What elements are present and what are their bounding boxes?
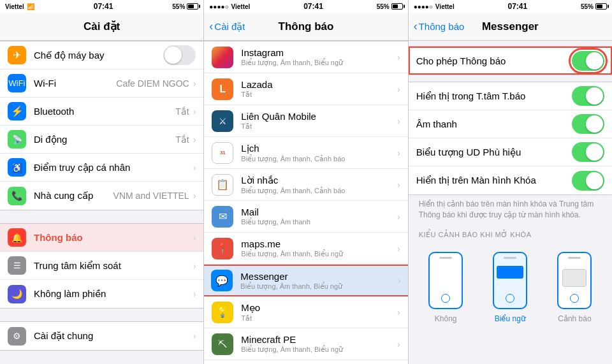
app-row-messenger[interactable]: 💬 Messenger Biểu tượng, Âm thanh, Biểu n… [204,265,407,296]
alert-style-none[interactable]: Không [428,252,463,323]
app-desc-instagram: Biểu tượng, Âm thanh, Biểu ngữ [241,59,397,67]
chevron-general: › [193,331,196,341]
toggle-airplane[interactable] [163,45,196,65]
app-name-instagram: Instagram [241,47,397,58]
time-3: 07:41 [507,2,527,11]
row-bluetooth[interactable]: ⚡ Bluetooth Tắt › [0,98,203,126]
app-icon-mapsme: 📍 [212,238,233,259]
app-info-lazada: Lazada Tắt [241,79,397,99]
app-row-mapsme[interactable]: 📍 maps.me Biểu tượng, Âm thanh, Biểu ngữ… [204,233,407,265]
app-name-meo: Mẹo [241,302,397,314]
nav-back-2[interactable]: ‹ Cài đặt [209,20,245,33]
panel-settings: Viettel 📶 07:41 55% Cài đặt ✈ Chế độ máy… [0,0,204,364]
phone-alert [557,252,592,309]
row-notif[interactable]: 🔔 Thông báo › [0,224,203,252]
scroll-content-2[interactable]: Instagram Biểu tượng, Âm thanh, Biểu ngữ… [204,41,407,364]
row-access[interactable]: ♿ Điểm truy cập cá nhân › [0,154,203,182]
row-sounds[interactable]: Âm thanh [409,110,612,138]
chevron-meo: › [397,307,400,317]
alert-styles-container: Không Biểu ngữ Cảnh báo [409,242,612,328]
row-badge[interactable]: Biểu tượng UD Phù hiệu [409,138,612,166]
row-value-mobile: Tắt [175,135,189,145]
row-content-bluetooth: Bluetooth [34,101,175,122]
app-icon-meo: 💡 [212,302,233,323]
notch-alert [568,257,581,259]
app-row-momo[interactable]: Mo MoMo Biểu tượng, Âm thanh, Biểu ngữ › [204,360,407,364]
app-icon-mail: ✉ [212,206,233,228]
phone-none [428,252,463,309]
battery-label-2: 55% [377,3,390,10]
row-content-access: Điểm truy cập cá nhân [34,157,193,178]
row-content-dnd: Không làm phiền [34,283,193,305]
chevron-dnd: › [193,289,196,299]
app-row-minecraft[interactable]: ⛏ Minecraft PE Biểu tượng, Âm thanh, Biể… [204,328,407,360]
scroll-content-3[interactable]: Cho phép Thông báo Hiển thị trong T.tâm … [409,41,612,364]
nav-title-2: Thông báo [279,20,334,33]
row-mobile[interactable]: 📡 Di động Tắt › [0,126,203,154]
app-desc-meo: Tắt [241,314,397,323]
panel-notifications: ●●●●○ Viettel 07:41 55% ‹ Cài đặt Thông … [204,0,408,364]
chevron-messenger: › [398,275,401,286]
time-1: 07:41 [94,2,113,11]
app-info-mail: Mail Biểu tượng, Âm thanh [241,207,397,226]
row-allow-notif[interactable]: Cho phép Thông báo [409,47,612,75]
toggle-badge[interactable] [572,142,604,162]
row-title-airplane: Chế độ máy bay [34,50,163,61]
row-lock-screen[interactable]: Hiển thị trên Màn hình Khóa [409,166,612,194]
toggle-allow-notif[interactable] [572,51,604,71]
status-right-1: 55% [172,3,198,10]
general-icon: ⚙ [8,327,26,346]
toggle-notif-center[interactable] [572,86,604,106]
time-2: 07:41 [303,2,323,11]
row-notification-center[interactable]: Hiển thị trong T.tâm T.báo [409,82,612,110]
app-row-reminder[interactable]: 📋 Lời nhắc Biểu tượng, Âm thanh, Cảnh bá… [204,169,407,201]
battery-label-1: 55% [172,3,185,10]
row-content-wifi: Wi-Fi [34,73,116,94]
scroll-content-1[interactable]: ✈ Chế độ máy bay WiFi Wi-Fi Cafe DIEM NG… [0,41,203,364]
battery-icon-2 [391,3,403,10]
chevron-minecraft: › [397,339,400,349]
app-info-messenger: Messenger Biểu tượng, Âm thanh, Biểu ngữ [240,271,398,291]
row-airplane[interactable]: ✈ Chế độ máy bay [0,41,203,69]
row-content-mobile: Di động [34,129,175,150]
status-bar-1: Viettel 📶 07:41 55% [0,0,203,13]
notif-center-label: Hiển thị trong T.tâm T.báo [416,91,572,102]
alert-style-alert[interactable]: Cảnh báo [557,252,592,323]
app-row-instagram[interactable]: Instagram Biểu tượng, Âm thanh, Biểu ngữ… [204,41,407,73]
status-left-3: ●●●●○ Viettel [414,3,455,10]
app-info-lienquan: Liên Quân Mobile Tắt [241,111,397,131]
row-title-access: Điểm truy cập cá nhân [34,162,193,173]
app-info-instagram: Instagram Biểu tượng, Âm thanh, Biểu ngữ [241,47,397,67]
app-desc-mail: Biểu tượng, Âm thanh [241,218,397,226]
app-desc-mapsme: Biểu tượng, Âm thanh, Biểu ngữ [241,250,397,258]
chevron-notif: › [193,233,196,243]
carrier-label-1: Viettel [5,3,24,10]
row-title-mobile: Di động [34,134,175,145]
toggle-sounds[interactable] [572,114,604,134]
app-desc-messenger: Biểu tượng, Âm thanh, Biểu ngữ [240,282,398,291]
toggle-lock-screen[interactable] [572,171,604,191]
row-wifi[interactable]: WiFi Wi-Fi Cafe DIEM NGOC › [0,69,203,98]
chevron-mobile: › [193,135,196,145]
app-row-mail[interactable]: ✉ Mail Biểu tượng, Âm thanh › [204,201,407,233]
app-row-lich[interactable]: 31 Lịch Biểu tượng, Âm thanh, Cảnh báo › [204,137,407,169]
row-dnd[interactable]: 🌙 Không làm phiền › [0,280,203,308]
notch-banner [504,257,516,259]
sounds-label: Âm thanh [416,119,572,129]
app-row-meo[interactable]: 💡 Mẹo Tắt › [204,296,407,328]
nav-back-3[interactable]: ‹ Thông báo [414,20,465,33]
app-icon-minecraft: ⛏ [212,333,233,355]
row-carrier[interactable]: 📞 Nhà cung cấp VNM and VIETTEL › [0,182,203,210]
app-row-lazada[interactable]: L Lazada Tắt › [204,73,407,105]
row-control[interactable]: ☰ Trung tâm kiểm soát › [0,252,203,280]
battery-icon-3 [595,3,607,10]
row-general[interactable]: ⚙ Cài đặt chung › [0,322,203,350]
app-row-lienquan[interactable]: ⚔ Liên Quân Mobile Tắt › [204,105,407,137]
alert-style-banner[interactable]: Biểu ngữ [493,252,527,323]
home-banner [506,294,514,303]
app-icon-instagram [212,47,233,68]
dnd-icon: 🌙 [8,285,26,303]
back-arrow-2: ‹ [209,20,213,33]
wifi-icon: WiFi [8,74,26,92]
wifi-icon-1: 📶 [27,3,34,10]
